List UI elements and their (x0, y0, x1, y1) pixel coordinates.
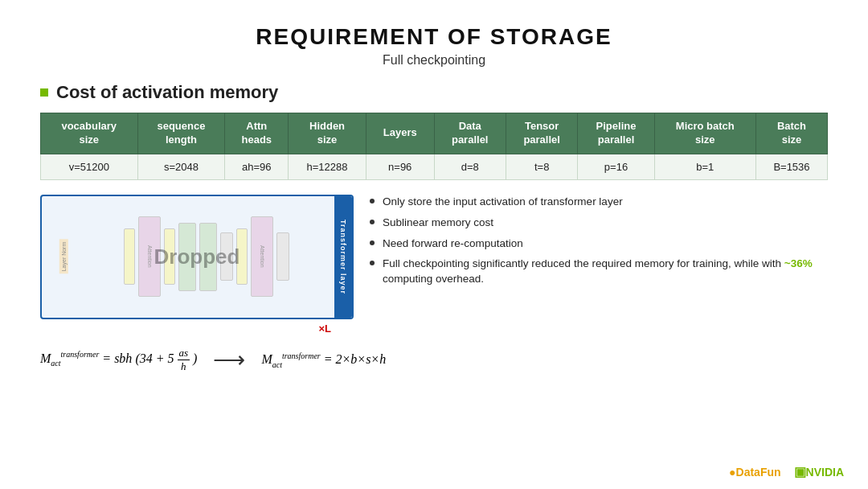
eq-left-paren: (34 + 5 (135, 351, 174, 365)
equation-area: Macttransformer = sbh (34 + 5 as h ) ⟶ M… (40, 347, 354, 373)
eq-left-sup: transformer (61, 351, 100, 360)
highlight-36: ~36% (784, 257, 813, 269)
th-pipeline-parallel: Pipelineparallel (578, 113, 654, 154)
td-pipeline-parallel: p=16 (578, 154, 654, 179)
transformer-layer-label: Transformer layer (334, 196, 352, 318)
eq-left-sub: act (51, 359, 60, 368)
th-vocab: vocabularysize (41, 113, 138, 154)
section-bullet-icon (40, 88, 48, 97)
page-title: REQUIREMENT OF STORAGE (40, 24, 828, 50)
bottom-section: Layer Norm Attention Attention Dropped (40, 195, 828, 373)
transformer-diagram: Layer Norm Attention Attention Dropped (40, 195, 354, 319)
th-data-parallel: Dataparallel (434, 113, 506, 154)
th-layers: Layers (366, 113, 434, 154)
bullet-item-2: Sublinear memory cost (370, 216, 828, 231)
td-data-parallel: d=8 (434, 154, 506, 179)
page-subtitle: Full checkpointing (40, 53, 828, 68)
bullet-dot-4 (370, 261, 375, 265)
td-layers: n=96 (366, 154, 434, 179)
eq-right-sub: act (272, 360, 282, 368)
eq-left-M: M (40, 351, 51, 365)
equation-left: Macttransformer = sbh (34 + 5 as h ) (40, 347, 197, 372)
equation-arrow: ⟶ (213, 347, 245, 373)
dropout-block-2 (276, 232, 289, 281)
td-hidden: h=12288 (289, 154, 366, 179)
bullet-dot-1 (370, 199, 375, 203)
layer-norm-label: Layer Norm (59, 240, 68, 274)
equation-right: Macttransformer = 2×b×s×h (261, 351, 386, 369)
transformer-label-text: Transformer layer (339, 220, 347, 294)
th-micro-batch: Micro batchsize (654, 113, 755, 154)
eq-frac-den: h (179, 360, 188, 373)
datafun-logo: ●DataFun (729, 466, 780, 479)
bullet-dot-3 (370, 240, 375, 245)
eq-left-frac: as h (178, 347, 190, 372)
slide: REQUIREMENT OF STORAGE Full checkpointin… (0, 0, 868, 489)
bullet-points: Only store the input activation of trans… (370, 195, 828, 293)
td-tensor-parallel: t=8 (506, 154, 577, 179)
nvidia-icon: ▣ (794, 465, 806, 479)
eq-right-equals: = 2×b×s×h (324, 352, 386, 366)
section-heading-label: Cost of activation memory (56, 82, 278, 103)
td-vocab: v=51200 (41, 154, 138, 179)
td-seq: s=2048 (137, 154, 225, 179)
storage-table-wrapper: vocabularysize sequencelength Attnheads … (40, 113, 828, 180)
xl-label: ×L (318, 323, 331, 335)
bullet-text-3: Need forward re-computation (383, 236, 523, 252)
eq-left-equals: = sbh (102, 351, 132, 365)
bullet-dot-2 (370, 220, 375, 224)
th-batch: Batchsize (755, 113, 827, 154)
th-tensor-parallel: Tensorparallel (506, 113, 577, 154)
section-heading: Cost of activation memory (40, 82, 828, 103)
nvidia-logo: ▣NVIDIA (794, 464, 844, 479)
table-header-row: vocabularysize sequencelength Attnheads … (41, 113, 828, 154)
table-row: v=51200 s=2048 ah=96 h=12288 n=96 d=8 t=… (41, 154, 828, 179)
diagram-area: Layer Norm Attention Attention Dropped (40, 195, 354, 373)
bullet-item-3: Need forward re-computation (370, 236, 828, 252)
datafun-icon: ● (729, 466, 735, 479)
td-micro-batch: b=1 (654, 154, 755, 179)
th-hidden: Hiddensize (289, 113, 366, 154)
logos: ●DataFun ▣NVIDIA (729, 464, 844, 479)
norm-block-1 (124, 228, 135, 285)
bullet-item-4: Full checkpointing significantly reduced… (370, 257, 828, 287)
eq-frac-num: as (178, 347, 190, 360)
eq-right-M: M (261, 352, 272, 366)
th-attn: Attnheads (225, 113, 289, 154)
td-attn: ah=96 (225, 154, 289, 179)
bullet-text-1: Only store the input activation of trans… (383, 195, 623, 210)
bullet-text-2: Sublinear memory cost (383, 216, 493, 231)
eq-left-close-paren: ) (193, 351, 197, 365)
td-batch: B=1536 (755, 154, 827, 179)
eq-right-sup: transformer (282, 351, 321, 360)
th-seq: sequencelength (137, 113, 225, 154)
attention-block-2: Attention (251, 216, 273, 297)
xl-label-container: ×L (40, 321, 354, 335)
storage-table: vocabularysize sequencelength Attnheads … (40, 113, 828, 180)
bullet-item-1: Only store the input activation of trans… (370, 195, 828, 210)
bullet-text-4: Full checkpointing significantly reduced… (383, 257, 828, 287)
dropped-label: Dropped (154, 244, 240, 269)
